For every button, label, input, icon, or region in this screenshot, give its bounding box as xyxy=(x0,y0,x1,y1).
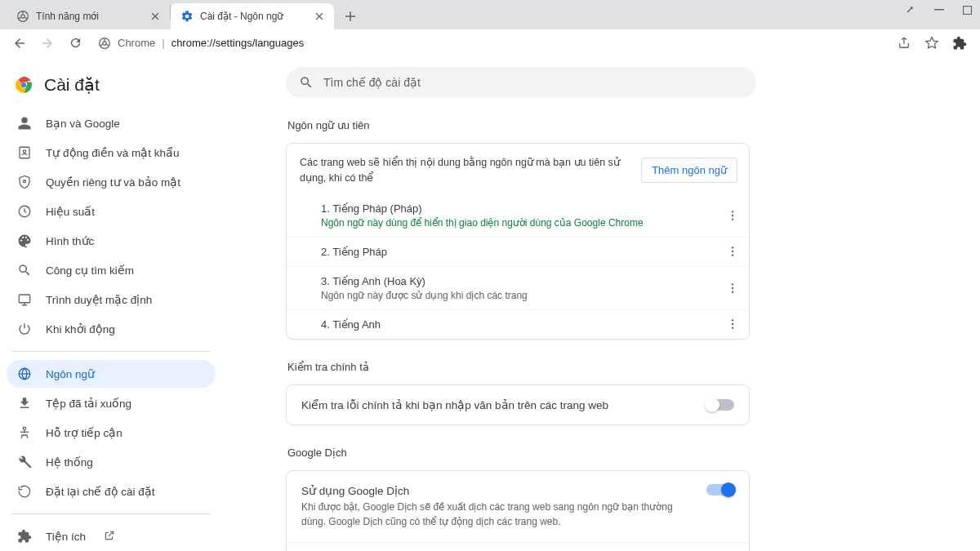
nav-icon xyxy=(16,233,33,249)
svg-point-22 xyxy=(732,283,733,285)
nav-icon xyxy=(16,366,33,382)
svg-point-19 xyxy=(732,247,733,248)
svg-point-26 xyxy=(732,323,733,325)
sidebar-item[interactable]: Tự động điền và mật khẩu xyxy=(7,139,216,167)
preferred-languages-intro: Các trang web sẽ hiển thị nội dung bằng … xyxy=(300,155,635,186)
language-row: 2. Tiếng Pháp xyxy=(287,237,749,266)
sidebar-item-label: Hỗ trợ tiếp cận xyxy=(46,426,122,439)
settings-search[interactable] xyxy=(286,67,756,98)
close-icon[interactable] xyxy=(313,10,326,23)
url-scheme-label: Chrome xyxy=(118,37,155,49)
svg-point-27 xyxy=(732,327,733,328)
use-translate-label: Sử dụng Google Dịch xyxy=(301,484,697,497)
nav-icon xyxy=(16,454,33,470)
share-icon[interactable] xyxy=(897,36,911,51)
svg-point-3 xyxy=(21,15,24,18)
spellcheck-card: Kiểm tra lỗi chính tả khi bạn nhập văn b… xyxy=(286,384,750,425)
sidebar-item[interactable]: Đặt lại chế độ cài đặt xyxy=(7,478,216,505)
more-vert-icon[interactable] xyxy=(726,318,739,331)
nav-icon xyxy=(16,174,33,190)
sidebar-item-label: Đặt lại chế độ cài đặt xyxy=(46,485,155,498)
nav-separator xyxy=(11,351,211,352)
reload-button[interactable] xyxy=(64,32,87,55)
nav-icon xyxy=(16,528,33,544)
sidebar-item[interactable]: Ngôn ngữ xyxy=(7,360,216,388)
nav-icon xyxy=(16,483,33,500)
more-vert-icon[interactable] xyxy=(726,209,739,222)
svg-point-17 xyxy=(732,214,733,216)
svg-point-16 xyxy=(732,211,733,212)
sidebar-item[interactable]: Tệp đã tải xuống xyxy=(7,389,216,417)
url-path: chrome://settings/languages xyxy=(172,37,305,49)
nav-icon xyxy=(16,115,33,131)
tab-settings-languages[interactable]: Cài đặt - Ngôn ngữ xyxy=(171,3,334,29)
search-icon xyxy=(299,75,314,90)
sidebar-item[interactable]: Bạn và Google xyxy=(7,109,216,137)
add-language-button[interactable]: Thêm ngôn ngữ xyxy=(641,158,737,183)
close-icon[interactable] xyxy=(149,10,162,23)
svg-point-21 xyxy=(732,254,733,256)
sidebar-item-label: Tệp đã tải xuống xyxy=(46,397,131,410)
settings-search-input[interactable] xyxy=(322,75,743,90)
sidebar-item-label: Hệ thống xyxy=(46,455,93,469)
sidebar-item[interactable]: Quyền riêng tư và bảo mật xyxy=(7,168,216,196)
sidebar-item-label: Hình thức xyxy=(46,234,94,247)
extensions-icon[interactable] xyxy=(952,36,967,51)
svg-point-9 xyxy=(24,180,26,183)
settings-gear-icon xyxy=(180,10,194,23)
language-name: 1. Tiếng Pháp (Pháp) xyxy=(321,202,644,215)
maximize-button[interactable] xyxy=(934,5,944,15)
tab-title: Cài đặt - Ngôn ngữ xyxy=(200,11,306,22)
brand: Cài đặt xyxy=(7,70,216,109)
nav-icon xyxy=(16,424,33,441)
chrome-outline-icon xyxy=(98,37,111,50)
url-separator: | xyxy=(162,37,164,49)
use-translate-desc: Khi được bật, Google Dịch sẽ đề xuất dịc… xyxy=(301,500,697,529)
nav-icon xyxy=(16,203,33,220)
spellcheck-row-label: Kiểm tra lỗi chính tả khi bạn nhập văn b… xyxy=(301,398,697,411)
restore-button[interactable] xyxy=(962,5,972,15)
language-name: 4. Tiếng Anh xyxy=(321,318,381,331)
more-vert-icon[interactable] xyxy=(726,282,739,295)
browser-toolbar: Chrome | chrome://settings/languages xyxy=(0,29,980,57)
sidebar-item[interactable]: Khi khởi động xyxy=(7,315,216,343)
forward-button[interactable] xyxy=(36,32,59,55)
nav-icon xyxy=(16,321,33,337)
spellcheck-toggle[interactable] xyxy=(706,399,734,411)
svg-point-25 xyxy=(732,319,733,321)
page-title: Cài đặt xyxy=(44,75,100,95)
translate-card: Sử dụng Google Dịch Khi được bật, Google… xyxy=(286,470,750,552)
tab-whatsnew[interactable]: Tính năng mới xyxy=(7,3,170,29)
sidebar-item-label: Tiện ích xyxy=(46,530,86,543)
language-row: 1. Tiếng Pháp (Pháp)Ngôn ngữ này dùng để… xyxy=(287,194,749,237)
sidebar-item[interactable]: Tiện ích xyxy=(7,522,216,550)
chrome-outline-icon xyxy=(16,10,29,23)
new-tab-button[interactable] xyxy=(339,5,362,28)
sidebar-item[interactable]: Công cụ tìm kiếm xyxy=(7,256,216,284)
minimize-button[interactable] xyxy=(906,5,916,15)
section-title-preferred-languages: Ngôn ngữ ưu tiên xyxy=(287,119,808,131)
sidebar-item[interactable]: Hỗ trợ tiếp cận xyxy=(7,419,216,447)
sidebar: Cài đặt Bạn và GoogleTự động điền và mật… xyxy=(0,57,222,551)
bookmark-star-icon[interactable] xyxy=(924,36,939,51)
section-title-spellcheck: Kiểm tra chính tả xyxy=(287,361,808,373)
sidebar-item[interactable]: Trình duyệt mặc định xyxy=(7,286,216,313)
svg-point-24 xyxy=(732,291,733,292)
use-translate-toggle[interactable] xyxy=(706,484,734,495)
svg-point-8 xyxy=(23,150,25,153)
svg-point-5 xyxy=(103,41,106,44)
sidebar-item[interactable]: Hiệu suất xyxy=(7,198,216,225)
back-button[interactable] xyxy=(8,32,31,55)
tab-strip: Tính năng mới Cài đặt - Ngôn ngữ xyxy=(0,0,980,29)
sidebar-item-label: Tự động điền và mật khẩu xyxy=(46,146,180,159)
language-name: 2. Tiếng Pháp xyxy=(321,246,387,258)
sidebar-item[interactable]: Hệ thống xyxy=(7,448,216,476)
svg-rect-11 xyxy=(19,295,30,303)
sidebar-item[interactable]: Hình thức xyxy=(7,227,216,255)
svg-point-23 xyxy=(732,287,733,288)
address-bar[interactable]: Chrome | chrome://settings/languages xyxy=(91,32,310,55)
svg-point-18 xyxy=(732,218,733,220)
more-vert-icon[interactable] xyxy=(726,245,739,258)
svg-point-13 xyxy=(23,427,25,429)
sidebar-item-label: Hiệu suất xyxy=(46,205,95,218)
